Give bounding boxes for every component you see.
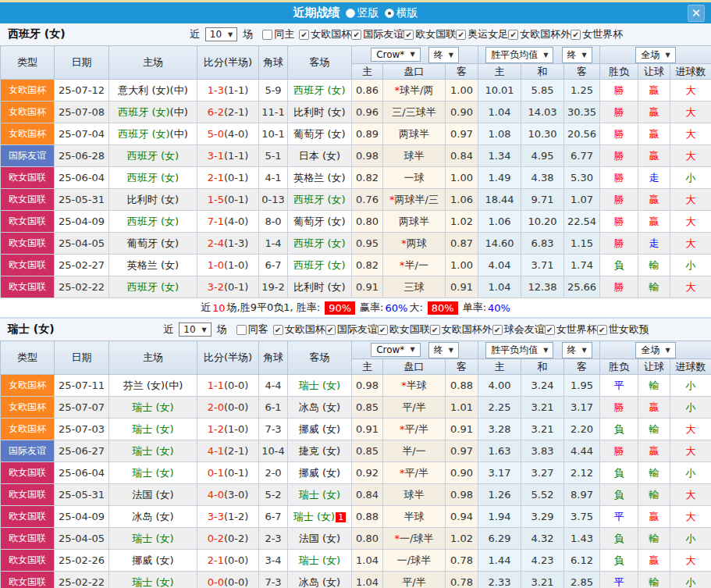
away-team-name: 瑞士 (女) — [299, 380, 340, 391]
league-filter-checkbox[interactable]: ✔女欧国杯 — [299, 27, 351, 41]
fulltime-score: 1-5 — [208, 194, 224, 205]
fulltime-score: 1-2 — [208, 423, 224, 435]
league-filter-checkbox[interactable]: ✔国际友谊 — [351, 27, 403, 41]
league-filter-checkbox[interactable]: ✔女欧国杯外 — [508, 27, 571, 41]
corner-count: 7-3 — [259, 419, 288, 440]
league-filter-checkbox[interactable]: ✔欧女国联 — [378, 323, 430, 337]
avg-away-odds: 5.30 — [564, 167, 600, 189]
away-team-name: 挪威 (女) — [299, 467, 340, 479]
league-filter-checkbox[interactable]: ✔女世界杯 — [571, 27, 623, 41]
wdl-average-dropdown[interactable]: 胜平负均值▼ — [485, 342, 553, 358]
final-odds-dropdown[interactable]: 终▼ — [428, 47, 459, 63]
corner-count: 4-4 — [259, 375, 288, 397]
halftime-score: (4-0) — [224, 216, 248, 227]
bookmaker-dropdown[interactable]: Crow*▼ — [371, 48, 420, 62]
league-filter-checkbox[interactable]: ✔国际友谊 — [325, 323, 378, 337]
halftime-score: (0-0) — [224, 576, 248, 588]
radio-vertical-layout[interactable]: 竖版 — [346, 6, 379, 20]
col-avg-home: 主 — [478, 359, 521, 375]
home-team-name: 西班牙 (女) — [127, 150, 179, 162]
final-odds-dropdown[interactable]: 终▼ — [562, 47, 592, 63]
summary-plain-text: 近 — [201, 301, 211, 315]
home-team: 西班牙 (女) — [109, 276, 197, 298]
corner-count: 0-13 — [259, 189, 288, 211]
handicap-value: 平/半 — [405, 467, 428, 479]
final-odds-dropdown[interactable]: 终▼ — [562, 342, 592, 358]
handicap-result: 贏 — [638, 397, 670, 419]
league-filter-checkbox[interactable]: ✔女欧国杯外 — [430, 323, 492, 337]
radio-horizontal-layout[interactable]: 横版 — [385, 6, 418, 20]
fulltime-score: 2-1 — [208, 554, 224, 566]
final-odds-dropdown[interactable]: 终▼ — [428, 342, 459, 358]
home-team: 意大利 (女)(中) — [109, 80, 197, 102]
avg-draw-odds: 3.71 — [521, 255, 564, 276]
neutral-venue-label: (中) — [170, 128, 188, 140]
table-row: 国际友谊25-06-28西班牙 (女)3-1(1-1)5-1日本 (女)0.98… — [1, 145, 711, 167]
col-handicap: 盘口 — [383, 359, 446, 375]
crow-home-odds: 0.98 — [352, 375, 383, 397]
match-date: 25-04-05 — [55, 528, 109, 550]
home-team: 比利时 (女) — [109, 189, 197, 211]
fulltime-score: 4-1 — [208, 445, 224, 457]
crow-away-odds: 1.00 — [446, 167, 478, 189]
table-row: 欧女国联25-06-04西班牙 (女)2-1(0-1)4-1英格兰 (女)0.8… — [1, 167, 711, 189]
match-date: 25-06-04 — [55, 167, 109, 189]
wdl-average-dropdown[interactable]: 胜平负均值▼ — [485, 47, 553, 63]
team-name-title: 西班牙 (女) — [8, 27, 66, 41]
crow-handicap: *半球 — [383, 375, 446, 397]
close-icon[interactable]: ✕ — [688, 5, 705, 22]
league-filter-checkbox[interactable]: ✔球会友谊 — [492, 323, 545, 337]
crow-away-odds: 1.00 — [446, 80, 478, 102]
handicap-value: 平/半 — [405, 423, 428, 435]
home-team-name: 英格兰 (女) — [127, 259, 179, 271]
handicap-result: 輸 — [638, 419, 670, 440]
win-loss-result: 負 — [600, 484, 638, 506]
handicap-result: 贏 — [638, 189, 670, 211]
win-loss-result: 勝 — [600, 276, 638, 298]
same-guest-checkbox[interactable]: 同客 — [236, 323, 268, 337]
handicap-result: 輸 — [638, 255, 670, 276]
home-team-name: 法国 (女) — [132, 489, 173, 501]
crow-away-odds: 0.91 — [446, 276, 478, 298]
checkbox-checked-icon: ✔ — [378, 325, 388, 335]
away-team-name: 瑞士 (女) — [299, 554, 340, 566]
recent-count-select[interactable]: 10 ▼ — [179, 323, 211, 337]
section-switzerland: 瑞士 (女) 近 10 ▼ 场 同客 ✔女欧国杯✔国际友谊✔欧女国联✔女欧国杯外… — [0, 319, 711, 588]
home-team: 瑞士 (女) — [109, 440, 197, 462]
match-date: 25-07-03 — [55, 419, 109, 440]
goals-result: 小 — [670, 375, 711, 397]
crow-handicap: 三球 — [383, 276, 446, 298]
chevron-down-icon: ▼ — [410, 346, 414, 353]
home-team: 冰岛 (女) — [109, 506, 197, 528]
match-score: 3-3(1-2) — [197, 506, 259, 528]
league-filter-checkbox[interactable]: ✔世女欧预 — [597, 323, 649, 337]
fulltime-score: 3-1 — [208, 150, 224, 162]
crow-home-odds: 0.76 — [352, 189, 383, 211]
fulltime-dropdown[interactable]: 全场▼ — [635, 47, 675, 63]
goals-result: 大 — [670, 276, 711, 298]
away-team: 瑞士 (女) — [288, 375, 352, 397]
fulltime-score: 2-0 — [208, 401, 224, 413]
checkbox-checked-icon: ✔ — [299, 30, 309, 40]
same-host-checkbox[interactable]: 同主 — [262, 27, 294, 41]
away-team-name: 日本 (女) — [299, 150, 340, 162]
crow-home-odds: 0.80 — [352, 528, 383, 550]
avg-home-odds: 3.17 — [478, 462, 521, 484]
handicap-result: 贏 — [638, 211, 670, 233]
away-team-name: 瑞士 (女) — [299, 489, 340, 501]
league-filter-checkbox[interactable]: ✔女欧国杯 — [273, 323, 325, 337]
crow-home-odds: 1.04 — [352, 572, 383, 588]
col-handicap-result: 让球 — [638, 359, 670, 375]
league-filter-checkbox[interactable]: ✔女世界杯 — [545, 323, 597, 337]
fulltime-dropdown[interactable]: 全场▼ — [635, 342, 675, 358]
recent-count-select[interactable]: 10 ▼ — [205, 27, 237, 41]
halftime-score: (1-3) — [224, 237, 248, 249]
win-loss-result: 勝 — [600, 397, 638, 419]
league-filter-checkbox[interactable]: ✔欧女国联 — [403, 27, 456, 41]
league-filter-checkbox[interactable]: ✔奥运女足 — [456, 27, 508, 41]
handicap-value: 两球半/三 — [395, 194, 439, 205]
bookmaker-dropdown[interactable]: Crow*▼ — [371, 343, 420, 357]
stats-summary: 近10场,胜9平0负1, 胜率:90%赢率:60% 大:80%单率:40% — [0, 298, 711, 319]
checkbox-checked-icon: ✔ — [571, 30, 581, 40]
crow-handicap: *两球 — [383, 233, 446, 255]
